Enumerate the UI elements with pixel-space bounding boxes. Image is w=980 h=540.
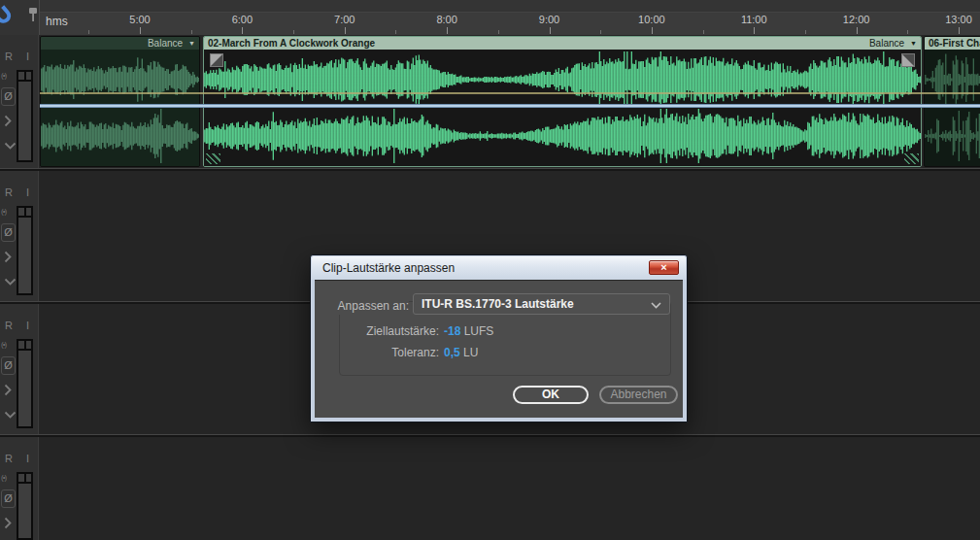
input-monitor-button[interactable]: I: [26, 186, 29, 198]
ruler-tick-label: 10:00: [638, 14, 665, 25]
target-loudness-unit: LUFS: [464, 324, 494, 338]
ruler-tick-minor: [703, 30, 704, 34]
ruler-top-strip: [40, 0, 980, 13]
fade-out-handle[interactable]: [901, 53, 915, 67]
ruler-tick-major: [857, 27, 858, 34]
ruler-tick-minor: [293, 30, 294, 34]
input-monitor-button[interactable]: I: [26, 453, 29, 464]
clip-2-title: 02-March From A Clockwork Orange: [208, 37, 375, 50]
chevron-down-icon[interactable]: [4, 411, 17, 419]
monitor-input-icon[interactable]: (•): [1, 340, 6, 349]
record-arm-button[interactable]: R: [5, 453, 13, 464]
track-row-4: RI(•)Ø: [0, 437, 980, 540]
time-format-label: hms: [46, 15, 68, 28]
phase-invert-button[interactable]: Ø: [1, 489, 16, 508]
record-arm-button[interactable]: R: [5, 186, 13, 198]
clip-3-title: 06-First Chanc: [929, 37, 980, 50]
tolerance-label: Toleranz:: [315, 346, 439, 359]
clip-1-header: Balance▼: [41, 37, 199, 50]
ruler-tick-major: [345, 27, 346, 34]
record-arm-button[interactable]: R: [5, 51, 13, 62]
cancel-button[interactable]: Abbrechen: [599, 386, 678, 404]
match-standard-select[interactable]: ITU-R BS.1770-3 Lautstärke: [413, 293, 670, 315]
ruler-tick-major: [652, 27, 653, 34]
pan-envelope-line[interactable]: [40, 104, 980, 108]
waveform: [925, 50, 980, 166]
ruler-tick-minor: [498, 30, 499, 34]
dialog-close-button[interactable]: ×: [649, 260, 679, 275]
track-divider[interactable]: [0, 168, 980, 171]
dialog-content: Anpassen an: ITU-R BS.1770-3 Lautstärke …: [315, 280, 683, 418]
tolerance-number[interactable]: 0,5: [444, 346, 460, 359]
track-fader[interactable]: [17, 206, 33, 295]
ruler-tick-label: 7:00: [334, 14, 355, 25]
monitor-input-icon[interactable]: (•): [1, 71, 6, 80]
chevron-right-icon[interactable]: [4, 517, 12, 529]
waveform: [41, 50, 199, 166]
target-loudness-value: -18 LUFS: [444, 324, 493, 338]
fade-in-handle[interactable]: [210, 53, 223, 67]
track-4-lane[interactable]: [40, 437, 980, 540]
audition-multitrack-window: hms 5:006:007:008:009:0010:0011:0012:001…: [0, 0, 980, 540]
audio-clip-1[interactable]: Balance▼: [40, 36, 200, 167]
ruler-tick-minor: [805, 30, 806, 34]
tolerance-unit: LU: [463, 346, 478, 359]
ruler-tick-label: 9:00: [539, 14, 559, 25]
stretch-hatch-left: [206, 153, 220, 164]
ruler-tick-minor: [191, 30, 192, 34]
track-fader[interactable]: [17, 70, 33, 162]
chevron-right-icon[interactable]: [4, 251, 12, 263]
clip-1-balance-dropdown[interactable]: Balance▼: [148, 37, 195, 50]
toolbar-corner: [0, 0, 39, 35]
chevron-right-icon[interactable]: [4, 384, 12, 396]
dropdown-triangle-icon: ▼: [188, 40, 195, 47]
ruler-tick-major: [754, 27, 755, 34]
chevron-down-icon[interactable]: [4, 142, 17, 150]
audio-clip-2[interactable]: 02-March From A Clockwork Orange Balance…: [203, 36, 922, 167]
waveform: [204, 50, 921, 166]
ruler-tick-major: [242, 27, 243, 34]
ruler-tick-label: 13:00: [945, 14, 972, 25]
tolerance-value: 0,5 LU: [444, 346, 478, 359]
ruler-tick-minor: [88, 30, 89, 34]
ruler-tick-label: 11:00: [741, 14, 767, 25]
clip-2-balance-dropdown[interactable]: Balance▼: [869, 37, 917, 50]
ruler-tick-label: 6:00: [232, 14, 253, 25]
track-fader[interactable]: [17, 339, 33, 428]
track-divider[interactable]: [0, 434, 980, 437]
clip-3-header: 06-First Chanc: [925, 37, 980, 50]
phase-invert-button[interactable]: Ø: [1, 87, 16, 106]
match-to-label: Anpassen an:: [315, 297, 409, 315]
target-loudness-number[interactable]: -18: [444, 324, 460, 338]
snap-magnet-icon[interactable]: [0, 5, 15, 26]
phase-invert-button[interactable]: Ø: [1, 356, 16, 375]
chevron-down-icon: [651, 302, 661, 309]
clip-2-header: 02-March From A Clockwork Orange Balance…: [204, 37, 921, 50]
timeline-ruler[interactable]: hms 5:006:007:008:009:0010:0011:0012:001…: [39, 0, 980, 35]
ruler-tick-major: [959, 27, 960, 34]
dialog-titlebar[interactable]: Clip-Lautstärke anpassen ×: [312, 256, 686, 280]
chevron-down-icon[interactable]: [4, 278, 17, 286]
marker-pin-icon[interactable]: [26, 7, 40, 24]
ruler-tick-minor: [600, 30, 601, 34]
target-loudness-label: Ziellautstärke:: [315, 324, 439, 338]
ruler-tick-major: [447, 27, 448, 34]
ruler-tick-minor: [907, 30, 908, 34]
monitor-input-icon[interactable]: (•): [1, 207, 6, 216]
track-fader[interactable]: [17, 472, 33, 540]
track-3-header: RI(•)Ø: [0, 304, 39, 434]
dropdown-triangle-icon: ▼: [910, 40, 917, 47]
ruler-tick-label: 8:00: [436, 14, 456, 25]
ruler-tick-major: [550, 27, 551, 34]
audio-clip-3[interactable]: 06-First Chanc: [924, 36, 980, 167]
track-4-header: RI(•)Ø: [0, 437, 39, 540]
stretch-hatch-right: [904, 153, 919, 164]
volume-envelope-line[interactable]: [40, 92, 980, 94]
record-arm-button[interactable]: R: [5, 320, 13, 331]
input-monitor-button[interactable]: I: [26, 320, 29, 331]
input-monitor-button[interactable]: I: [26, 51, 29, 62]
chevron-right-icon[interactable]: [4, 115, 12, 127]
ok-button[interactable]: OK: [513, 386, 589, 404]
phase-invert-button[interactable]: Ø: [1, 223, 16, 242]
monitor-input-icon[interactable]: (•): [1, 473, 6, 482]
